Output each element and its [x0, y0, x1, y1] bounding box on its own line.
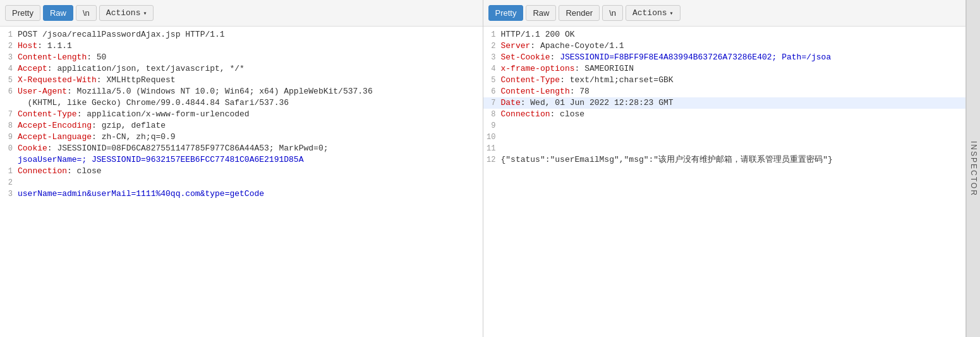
- chevron-down-icon: ▾: [670, 9, 674, 17]
- code-line: 2 Host: 1.1.1: [0, 40, 483, 52]
- code-line: 0 Cookie: JSESSIONID=08FD6CA827551147785…: [0, 143, 483, 154]
- raw-button-left[interactable]: Raw: [43, 5, 73, 21]
- code-line: 10: [483, 132, 966, 143]
- code-line: 3 Set-Cookie: JSESSIONID=F8BFF9F8E4A8399…: [483, 52, 966, 63]
- code-line: 6 Content-Length: 78: [483, 86, 966, 97]
- code-line: 4 Accept: application/json, text/javascr…: [0, 63, 483, 75]
- render-button-right[interactable]: Render: [559, 5, 600, 21]
- code-line: 2: [0, 177, 483, 188]
- code-line: 7 Date: Wed, 01 Jun 2022 12:28:23 GMT: [483, 97, 966, 109]
- code-line: 3 userName=admin&userMail=1111%40qq.com&…: [0, 188, 483, 200]
- dots-icon: ⋮: [483, 154, 485, 166]
- code-line: 5 X-Requested-With: XMLHttpRequest: [0, 75, 483, 86]
- code-line: 6 User-Agent: Mozilla/5.0 (Windows NT 10…: [0, 86, 483, 97]
- code-line: 4 x-frame-options: SAMEORIGIN: [483, 63, 966, 75]
- code-line: 1 HTTP/1.1 200 OK: [483, 29, 966, 40]
- newline-button-right[interactable]: \n: [602, 5, 623, 21]
- response-panel: Pretty Raw Render \n Actions ▾ 1 HTTP/1.…: [483, 0, 967, 337]
- code-line: ⋮ 12 {"status":"userEmailMsg","msg":"该用户…: [483, 154, 966, 166]
- code-line: 9: [483, 120, 966, 132]
- code-line: 8 Connection: close: [483, 109, 966, 120]
- code-line: 9 Accept-Language: zh-CN, zh;q=0.9: [0, 132, 483, 143]
- pretty-button-left[interactable]: Pretty: [5, 5, 40, 21]
- response-code-area[interactable]: 1 HTTP/1.1 200 OK 2 Server: Apache-Coyot…: [483, 27, 966, 337]
- request-panel: Pretty Raw \n Actions ▾ 1 POST /jsoa/rec…: [0, 0, 483, 337]
- code-line: 1 Connection: close: [0, 166, 483, 177]
- code-line: 7 Content-Type: application/x-www-form-u…: [0, 109, 483, 120]
- request-toolbar: Pretty Raw \n Actions ▾: [0, 0, 483, 27]
- code-line: (KHTML, like Gecko) Chrome/99.0.4844.84 …: [0, 97, 483, 109]
- request-code-area[interactable]: 1 POST /jsoa/recallPasswordAjax.jsp HTTP…: [0, 27, 483, 337]
- response-toolbar: Pretty Raw Render \n Actions ▾: [483, 0, 966, 27]
- code-line: 8 Accept-Encoding: gzip, deflate: [0, 120, 483, 132]
- newline-button-left[interactable]: \n: [76, 5, 97, 21]
- code-line: 1 POST /jsoa/recallPasswordAjax.jsp HTTP…: [0, 29, 483, 40]
- code-line: 5 Content-Type: text/html;charset=GBK: [483, 75, 966, 86]
- code-line: 3 Content-Length: 50: [0, 52, 483, 63]
- raw-button-right[interactable]: Raw: [526, 5, 556, 21]
- code-line: jsoaUserName=; JSESSIONID=9632157EEB6FCC…: [0, 154, 483, 166]
- pretty-button-right[interactable]: Pretty: [488, 5, 524, 21]
- chevron-down-icon: ▾: [143, 9, 147, 17]
- code-line: 11: [483, 143, 966, 154]
- code-line: 2 Server: Apache-Coyote/1.1: [483, 40, 966, 52]
- inspector-sidebar[interactable]: INSPECTOR: [966, 0, 980, 337]
- actions-button-right[interactable]: Actions ▾: [626, 5, 681, 21]
- actions-button-left[interactable]: Actions ▾: [99, 5, 154, 21]
